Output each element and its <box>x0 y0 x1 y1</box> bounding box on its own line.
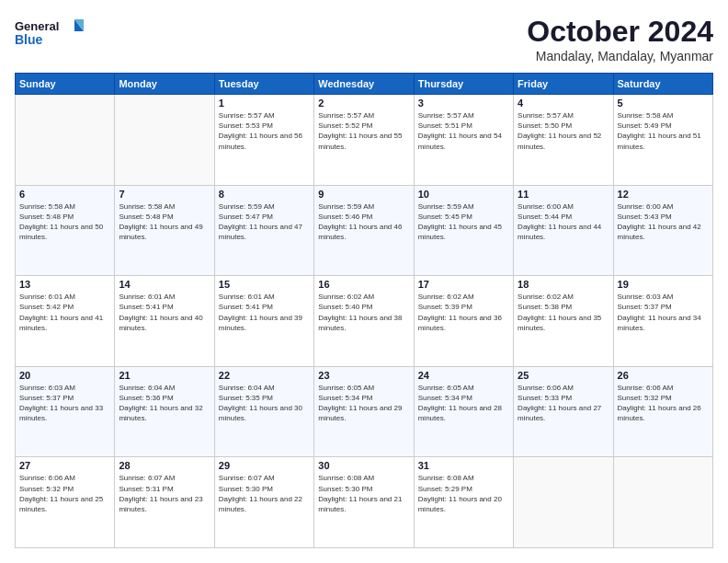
day-info: Sunrise: 6:02 AM Sunset: 5:38 PM Dayligh… <box>518 292 609 333</box>
day-info: Sunrise: 6:08 AM Sunset: 5:30 PM Dayligh… <box>318 473 409 514</box>
day-info: Sunrise: 5:59 AM Sunset: 5:46 PM Dayligh… <box>318 201 409 243</box>
calendar-header-saturday: Saturday <box>613 74 712 95</box>
calendar-cell: 27Sunrise: 6:06 AM Sunset: 5:32 PM Dayli… <box>16 457 115 548</box>
calendar-cell <box>514 457 613 548</box>
day-number: 3 <box>418 98 509 109</box>
calendar-cell: 20Sunrise: 6:03 AM Sunset: 5:37 PM Dayli… <box>16 366 115 457</box>
day-number: 4 <box>518 98 609 109</box>
calendar-cell: 23Sunrise: 6:05 AM Sunset: 5:34 PM Dayli… <box>314 366 414 457</box>
calendar-header-wednesday: Wednesday <box>314 74 414 95</box>
day-number: 12 <box>618 189 709 200</box>
calendar-cell <box>16 95 115 186</box>
calendar-week-2: 6Sunrise: 5:58 AM Sunset: 5:48 PM Daylig… <box>16 185 713 276</box>
day-number: 19 <box>618 279 709 290</box>
calendar-cell: 11Sunrise: 6:00 AM Sunset: 5:44 PM Dayli… <box>514 185 613 276</box>
calendar-week-4: 20Sunrise: 6:03 AM Sunset: 5:37 PM Dayli… <box>16 366 713 457</box>
day-info: Sunrise: 6:02 AM Sunset: 5:39 PM Dayligh… <box>418 292 509 333</box>
day-info: Sunrise: 5:57 AM Sunset: 5:52 PM Dayligh… <box>318 110 409 152</box>
day-number: 8 <box>219 189 310 200</box>
day-info: Sunrise: 6:01 AM Sunset: 5:42 PM Dayligh… <box>19 292 110 333</box>
day-info: Sunrise: 5:58 AM Sunset: 5:49 PM Dayligh… <box>618 110 709 152</box>
calendar: SundayMondayTuesdayWednesdayThursdayFrid… <box>15 73 713 548</box>
calendar-cell: 2Sunrise: 5:57 AM Sunset: 5:52 PM Daylig… <box>314 95 414 186</box>
calendar-cell: 6Sunrise: 5:58 AM Sunset: 5:48 PM Daylig… <box>16 185 115 276</box>
calendar-header-thursday: Thursday <box>414 74 513 95</box>
day-info: Sunrise: 5:57 AM Sunset: 5:51 PM Dayligh… <box>418 110 509 152</box>
calendar-cell: 4Sunrise: 5:57 AM Sunset: 5:50 PM Daylig… <box>514 95 613 186</box>
day-number: 1 <box>219 98 310 109</box>
day-number: 24 <box>418 370 509 381</box>
day-info: Sunrise: 5:58 AM Sunset: 5:48 PM Dayligh… <box>19 201 110 243</box>
day-number: 20 <box>19 370 110 381</box>
calendar-cell: 5Sunrise: 5:58 AM Sunset: 5:49 PM Daylig… <box>613 95 712 186</box>
day-number: 16 <box>318 279 409 290</box>
day-number: 25 <box>518 370 609 381</box>
calendar-cell: 10Sunrise: 5:59 AM Sunset: 5:45 PM Dayli… <box>414 185 513 276</box>
day-number: 18 <box>518 279 609 290</box>
calendar-cell: 31Sunrise: 6:08 AM Sunset: 5:29 PM Dayli… <box>414 457 513 548</box>
day-number: 26 <box>618 370 709 381</box>
calendar-cell: 12Sunrise: 6:00 AM Sunset: 5:43 PM Dayli… <box>613 185 712 276</box>
calendar-cell: 16Sunrise: 6:02 AM Sunset: 5:40 PM Dayli… <box>314 276 414 367</box>
day-number: 17 <box>418 279 509 290</box>
calendar-cell: 13Sunrise: 6:01 AM Sunset: 5:42 PM Dayli… <box>16 276 115 367</box>
calendar-cell <box>613 457 712 548</box>
calendar-cell: 3Sunrise: 5:57 AM Sunset: 5:51 PM Daylig… <box>414 95 513 186</box>
day-number: 30 <box>318 460 409 471</box>
day-info: Sunrise: 6:00 AM Sunset: 5:44 PM Dayligh… <box>518 201 609 243</box>
svg-text:General: General <box>15 19 59 33</box>
day-info: Sunrise: 6:04 AM Sunset: 5:35 PM Dayligh… <box>219 383 310 424</box>
calendar-cell: 18Sunrise: 6:02 AM Sunset: 5:38 PM Dayli… <box>514 276 613 367</box>
calendar-cell: 21Sunrise: 6:04 AM Sunset: 5:36 PM Dayli… <box>115 366 214 457</box>
day-info: Sunrise: 5:59 AM Sunset: 5:45 PM Dayligh… <box>418 201 509 243</box>
calendar-cell: 7Sunrise: 5:58 AM Sunset: 5:48 PM Daylig… <box>115 185 214 276</box>
calendar-header-tuesday: Tuesday <box>214 74 313 95</box>
calendar-cell: 17Sunrise: 6:02 AM Sunset: 5:39 PM Dayli… <box>414 276 513 367</box>
day-number: 5 <box>618 98 709 109</box>
day-number: 13 <box>19 279 110 290</box>
day-number: 22 <box>219 370 310 381</box>
day-info: Sunrise: 6:06 AM Sunset: 5:32 PM Dayligh… <box>618 383 709 424</box>
day-info: Sunrise: 6:08 AM Sunset: 5:29 PM Dayligh… <box>418 473 509 514</box>
day-number: 27 <box>19 460 110 471</box>
day-info: Sunrise: 6:06 AM Sunset: 5:33 PM Dayligh… <box>518 383 609 424</box>
day-number: 10 <box>418 189 509 200</box>
calendar-cell: 26Sunrise: 6:06 AM Sunset: 5:32 PM Dayli… <box>613 366 712 457</box>
logo: General Blue <box>15 15 88 52</box>
day-number: 21 <box>119 370 210 381</box>
calendar-cell: 25Sunrise: 6:06 AM Sunset: 5:33 PM Dayli… <box>514 366 613 457</box>
page: General Blue October 2024 Mandalay, Mand… <box>0 0 728 563</box>
day-number: 14 <box>119 279 210 290</box>
calendar-cell: 19Sunrise: 6:03 AM Sunset: 5:37 PM Dayli… <box>613 276 712 367</box>
day-info: Sunrise: 6:01 AM Sunset: 5:41 PM Dayligh… <box>219 292 310 333</box>
svg-text:Blue: Blue <box>15 32 43 47</box>
calendar-header-friday: Friday <box>514 74 613 95</box>
title-section: October 2024 Mandalay, Mandalay, Myanmar <box>527 15 713 63</box>
day-info: Sunrise: 6:06 AM Sunset: 5:32 PM Dayligh… <box>19 473 110 514</box>
calendar-cell: 14Sunrise: 6:01 AM Sunset: 5:41 PM Dayli… <box>115 276 214 367</box>
day-info: Sunrise: 6:07 AM Sunset: 5:31 PM Dayligh… <box>119 473 210 514</box>
calendar-header-monday: Monday <box>115 74 214 95</box>
day-info: Sunrise: 6:05 AM Sunset: 5:34 PM Dayligh… <box>418 383 509 424</box>
calendar-cell: 8Sunrise: 5:59 AM Sunset: 5:47 PM Daylig… <box>214 185 313 276</box>
day-number: 15 <box>219 279 310 290</box>
day-info: Sunrise: 6:02 AM Sunset: 5:40 PM Dayligh… <box>318 292 409 333</box>
day-info: Sunrise: 5:57 AM Sunset: 5:50 PM Dayligh… <box>518 110 609 152</box>
day-info: Sunrise: 6:01 AM Sunset: 5:41 PM Dayligh… <box>119 292 210 333</box>
day-number: 31 <box>418 460 509 471</box>
month-title: October 2024 <box>527 15 713 49</box>
day-info: Sunrise: 6:00 AM Sunset: 5:43 PM Dayligh… <box>618 201 709 243</box>
location: Mandalay, Mandalay, Myanmar <box>527 49 713 63</box>
calendar-cell: 15Sunrise: 6:01 AM Sunset: 5:41 PM Dayli… <box>214 276 313 367</box>
calendar-cell: 22Sunrise: 6:04 AM Sunset: 5:35 PM Dayli… <box>214 366 313 457</box>
day-info: Sunrise: 6:04 AM Sunset: 5:36 PM Dayligh… <box>119 383 210 424</box>
day-info: Sunrise: 6:03 AM Sunset: 5:37 PM Dayligh… <box>618 292 709 333</box>
day-number: 6 <box>19 189 110 200</box>
day-info: Sunrise: 5:57 AM Sunset: 5:53 PM Dayligh… <box>219 110 310 152</box>
calendar-header-sunday: Sunday <box>16 74 115 95</box>
calendar-cell: 9Sunrise: 5:59 AM Sunset: 5:46 PM Daylig… <box>314 185 414 276</box>
calendar-cell: 24Sunrise: 6:05 AM Sunset: 5:34 PM Dayli… <box>414 366 513 457</box>
day-number: 7 <box>119 189 210 200</box>
day-number: 23 <box>318 370 409 381</box>
calendar-cell: 28Sunrise: 6:07 AM Sunset: 5:31 PM Dayli… <box>115 457 214 548</box>
